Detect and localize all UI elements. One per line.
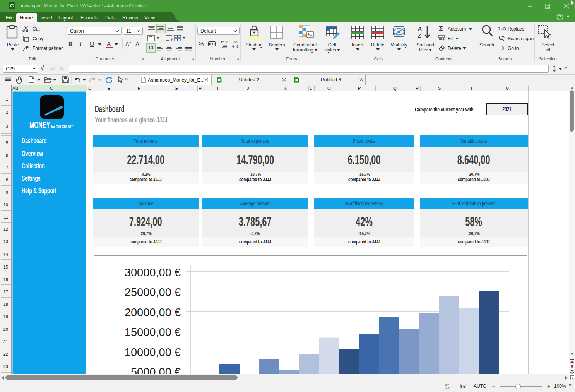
svg-text:.0: .0 (236, 45, 239, 48)
svg-text:.0: .0 (224, 40, 228, 44)
svg-text:.00: .00 (233, 40, 238, 44)
svg-text:A: A (418, 26, 422, 32)
svg-text:.00: .00 (222, 45, 227, 48)
svg-text:Z: Z (418, 33, 421, 39)
